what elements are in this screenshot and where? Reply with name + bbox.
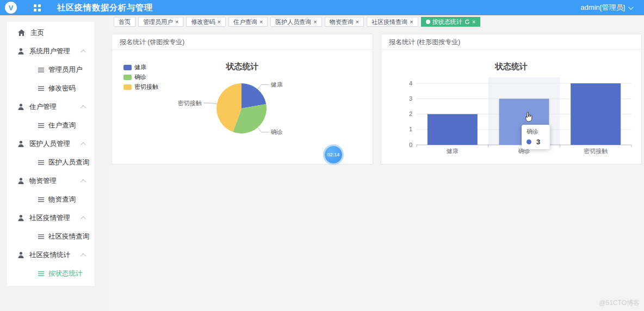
sidebar-subitem[interactable]: 住户查询	[7, 116, 95, 135]
chevron-down-icon	[628, 4, 634, 10]
tab-refresh-icon[interactable]	[465, 19, 470, 25]
list-icon	[38, 271, 44, 276]
tab-label: 管理员用户	[143, 18, 173, 26]
chevron-up-icon	[81, 49, 86, 54]
sidebar-subitem-label: 社区疫情查询	[48, 232, 89, 241]
sidebar-item-label: 医护人员管理	[29, 139, 70, 149]
sidebar-item-label: 社区疫情管理	[29, 214, 70, 223]
active-tab-dot	[426, 20, 430, 24]
hand-cursor-icon	[524, 112, 533, 123]
app-logo-icon[interactable]: V	[5, 2, 17, 14]
app-title: 社区疫情数据分析与管理	[57, 3, 153, 13]
sidebar-subitem-label: 医护人员查询	[48, 158, 89, 167]
pie-slice-健康[interactable]	[242, 83, 266, 108]
chevron-up-icon	[81, 142, 86, 147]
bar-密切接触[interactable]	[571, 83, 621, 145]
tab-close-icon[interactable]: ×	[259, 19, 263, 25]
y-axis-tick: 0	[409, 142, 412, 148]
sidebar-item-2[interactable]: 系统用户管理	[7, 42, 95, 60]
sidebar-item-3[interactable]: 住户管理	[7, 97, 95, 116]
sidebar-item-label: 物资管理	[29, 176, 57, 186]
tab-close-icon[interactable]: ×	[472, 19, 475, 25]
sidebar-item-4[interactable]: 医护人员管理	[7, 135, 95, 153]
timer-badge[interactable]: 02:14	[325, 146, 342, 163]
list-icon	[38, 197, 44, 202]
tab-5[interactable]: 医护人员查询×	[270, 17, 321, 27]
watermark: @51CTO博客	[599, 298, 640, 308]
pie-chart-area: 状态统计 健康确诊密切接触 健康确诊密切接触 02:14	[112, 50, 373, 164]
sidebar-item-label: 主页	[30, 28, 44, 38]
sidebar-subitem[interactable]: 按状态统计	[7, 264, 95, 283]
sidebar-subitem[interactable]: 医护人员查询	[7, 153, 95, 172]
y-axis-tick: 2	[409, 111, 412, 117]
tab-7[interactable]: 社区疫情查询×	[367, 17, 418, 27]
sidebar-item-7[interactable]: 社区疫情统计	[7, 246, 95, 264]
dashboard-grid-icon[interactable]	[34, 4, 41, 11]
user-icon	[18, 215, 24, 221]
user-icon	[18, 48, 24, 54]
tab-label: 医护人员查询	[275, 18, 311, 26]
sidebar-subitem-label: 住户查询	[48, 121, 76, 130]
sidebar-subitem[interactable]: 社区疫情查询	[7, 227, 95, 246]
home-icon	[18, 29, 25, 36]
bar-panel: 报名统计 (柱形图按专业) 状态统计 01234健康确诊密切接触 确诊 3	[381, 34, 642, 164]
user-icon	[18, 141, 24, 147]
chart-tooltip: 确诊 3	[522, 125, 550, 149]
tab-label: 按状态统计	[432, 18, 462, 26]
user-name: admin[管理员]	[580, 3, 625, 13]
sidebar-item-1[interactable]: 主页	[7, 23, 95, 42]
x-axis-label: 密切接触	[584, 148, 608, 154]
sidebar-item-label: 住户管理	[29, 102, 57, 112]
tab-1[interactable]: 首页	[114, 17, 135, 27]
chevron-up-icon	[81, 105, 86, 110]
bar-chart[interactable]: 01234健康确诊密切接触	[392, 77, 642, 155]
tab-label: 物资查询	[330, 18, 354, 26]
pie-slice-label: 密切接触	[178, 100, 202, 106]
tab-8[interactable]: 按状态统计×	[421, 17, 480, 27]
bar-健康[interactable]	[428, 114, 478, 145]
sidebar-item-label: 社区疫情统计	[29, 251, 70, 260]
pie-slice-label: 健康	[270, 81, 283, 88]
user-icon	[18, 252, 24, 258]
chevron-up-icon	[81, 179, 86, 184]
tooltip-value: 3	[536, 138, 540, 146]
tab-label: 社区疫情查询	[371, 18, 407, 26]
tab-close-icon[interactable]: ×	[356, 19, 359, 25]
tab-label: 住户查询	[233, 18, 257, 26]
user-dropdown[interactable]: admin[管理员]	[580, 3, 632, 13]
list-icon	[38, 160, 44, 165]
user-icon	[18, 178, 24, 184]
list-icon	[38, 68, 44, 72]
tab-2[interactable]: 管理员用户×	[138, 17, 183, 27]
tooltip-series-dot	[527, 139, 531, 144]
tab-6[interactable]: 物资查询×	[325, 17, 364, 27]
y-axis-tick: 4	[409, 80, 412, 87]
list-icon	[38, 123, 44, 128]
pie-panel-title: 报名统计 (饼图按专业)	[112, 34, 373, 50]
sidebar-item-6[interactable]: 社区疫情管理	[7, 209, 95, 227]
tags-view-bar: 首页管理员用户×修改密码×住户查询×医护人员查询×物资查询×社区疫情查询×按状态…	[109, 17, 644, 28]
sidebar-subitem-label: 物资查询	[48, 195, 76, 204]
bar-chart-area: 状态统计 01234健康确诊密切接触 确诊 3	[381, 50, 641, 164]
tab-close-icon[interactable]: ×	[410, 19, 413, 25]
sidebar-item-5[interactable]: 物资管理	[7, 172, 95, 190]
list-icon	[38, 86, 44, 91]
sidebar-subitem[interactable]: 修改密码	[7, 79, 95, 97]
user-icon	[18, 103, 24, 110]
tab-3[interactable]: 修改密码×	[186, 17, 225, 27]
tab-close-icon[interactable]: ×	[313, 19, 317, 25]
pie-label-line	[203, 103, 217, 104]
sidebar-subitem[interactable]: 管理员用户	[7, 60, 95, 79]
sidebar-subitem[interactable]: 物资查询	[7, 190, 95, 209]
sidebar-subitem-label: 管理员用户	[48, 65, 83, 75]
y-axis-tick: 1	[409, 126, 412, 132]
tab-close-icon[interactable]: ×	[217, 19, 220, 25]
tab-4[interactable]: 住户查询×	[228, 17, 268, 27]
pie-label-line	[258, 127, 269, 132]
bar-chart-title: 状态统计	[381, 62, 641, 72]
tab-close-icon[interactable]: ×	[175, 19, 178, 25]
pie-slice-label: 确诊	[271, 129, 283, 135]
chevron-up-icon	[81, 216, 86, 221]
tooltip-series-label: 确诊	[527, 127, 545, 136]
tab-label: 首页	[119, 18, 131, 26]
